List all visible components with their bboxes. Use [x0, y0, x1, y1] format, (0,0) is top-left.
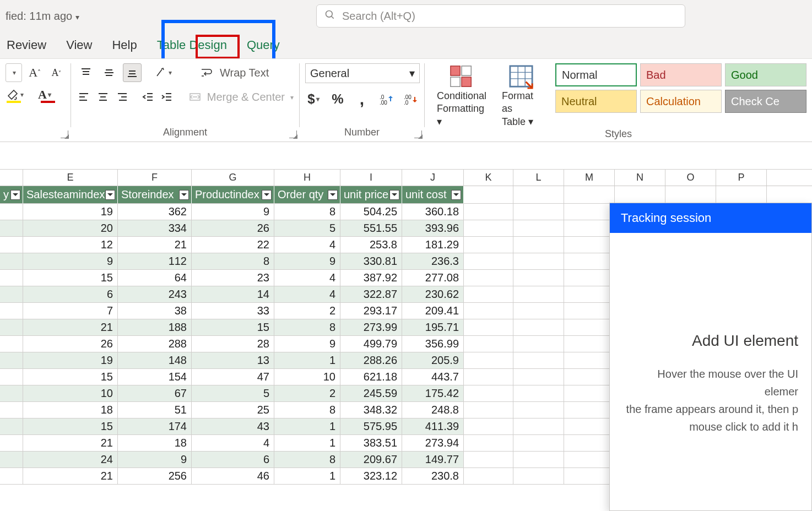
cell-L[interactable]: [513, 468, 564, 485]
cell-H[interactable]: 8: [274, 402, 340, 418]
cell-D[interactable]: [0, 286, 23, 303]
cell-F[interactable]: 38: [118, 303, 192, 319]
cell-M[interactable]: [564, 418, 615, 435]
align-left-icon[interactable]: [77, 88, 91, 106]
cell-L[interactable]: [513, 402, 564, 418]
cell-D[interactable]: [0, 452, 23, 468]
cell-E[interactable]: 10: [23, 385, 118, 402]
cell-J[interactable]: 411.39: [402, 418, 464, 435]
cell-J[interactable]: 195.71: [402, 319, 464, 336]
cell-M[interactable]: [564, 270, 615, 286]
cell-M[interactable]: [564, 402, 615, 418]
decrease-font-icon[interactable]: A˅: [48, 63, 65, 82]
cell-D[interactable]: [0, 237, 23, 253]
cell-D[interactable]: [0, 369, 23, 385]
cell-L[interactable]: [513, 435, 564, 452]
style-check-cell[interactable]: Check Ce: [725, 90, 806, 113]
cell-H[interactable]: 5: [274, 220, 340, 237]
table-header-J[interactable]: unit cost: [402, 186, 464, 204]
filter-icon[interactable]: [451, 190, 461, 200]
wrap-text-label[interactable]: Wrap Text: [220, 67, 269, 79]
cell-I[interactable]: 245.59: [340, 385, 402, 402]
cell-E[interactable]: 15: [23, 270, 118, 286]
cell-J[interactable]: 149.77: [402, 452, 464, 468]
cell-H[interactable]: 4: [274, 286, 340, 303]
cell-F[interactable]: 18: [118, 435, 192, 452]
empty-header-P[interactable]: [716, 186, 767, 204]
cell-I[interactable]: 293.17: [340, 303, 402, 319]
increase-font-icon[interactable]: A˄: [26, 63, 44, 82]
cell-E[interactable]: 15: [23, 369, 118, 385]
col-header-M[interactable]: M: [564, 170, 615, 186]
cell-D[interactable]: [0, 336, 23, 352]
cell-M[interactable]: [564, 352, 615, 369]
cell-H[interactable]: 8: [274, 319, 340, 336]
cell-L[interactable]: [513, 369, 564, 385]
cell-K[interactable]: [464, 468, 513, 485]
cell-L[interactable]: [513, 220, 564, 237]
cell-L[interactable]: [513, 336, 564, 352]
cell-K[interactable]: [464, 385, 513, 402]
cell-E[interactable]: 21: [23, 319, 118, 336]
last-modified[interactable]: fied: 11m ago: [6, 10, 79, 23]
cell-F[interactable]: 188: [118, 319, 192, 336]
increase-decimal-icon[interactable]: .0.00: [378, 90, 394, 108]
cell-D[interactable]: [0, 402, 23, 418]
col-header-I[interactable]: I: [340, 170, 402, 186]
cell-H[interactable]: 2: [274, 303, 340, 319]
decrease-indent-icon[interactable]: [140, 88, 155, 106]
cell-F[interactable]: 288: [118, 336, 192, 352]
cell-M[interactable]: [564, 385, 615, 402]
cell-H[interactable]: 8: [274, 204, 340, 220]
cell-M[interactable]: [564, 452, 615, 468]
cell-F[interactable]: 148: [118, 352, 192, 369]
cell-G[interactable]: 14: [192, 286, 274, 303]
cell-F[interactable]: 21: [118, 237, 192, 253]
cell-J[interactable]: 205.9: [402, 352, 464, 369]
font-box-dropdown[interactable]: [6, 63, 22, 82]
cell-K[interactable]: [464, 319, 513, 336]
merge-dropdown[interactable]: [289, 92, 294, 102]
font-dialog-launcher[interactable]: [61, 131, 68, 138]
cell-F[interactable]: 67: [118, 385, 192, 402]
style-calculation[interactable]: Calculation: [640, 90, 722, 113]
col-header-O[interactable]: O: [665, 170, 716, 186]
cell-I[interactable]: 323.12: [340, 468, 402, 485]
cell-E[interactable]: 6: [23, 286, 118, 303]
cell-K[interactable]: [464, 418, 513, 435]
cell-I[interactable]: 330.81: [340, 253, 402, 270]
style-normal[interactable]: Normal: [555, 63, 637, 86]
cell-D[interactable]: [0, 319, 23, 336]
cell-E[interactable]: 15: [23, 418, 118, 435]
cell-J[interactable]: 236.3: [402, 253, 464, 270]
cell-H[interactable]: 4: [274, 270, 340, 286]
cell-D[interactable]: [0, 435, 23, 452]
increase-indent-icon[interactable]: [160, 88, 175, 106]
cell-L[interactable]: [513, 352, 564, 369]
style-neutral[interactable]: Neutral: [555, 90, 637, 113]
column-headers[interactable]: EFGHIJKLMNOP: [0, 170, 812, 186]
cell-F[interactable]: 256: [118, 468, 192, 485]
col-header-N[interactable]: N: [615, 170, 665, 186]
tab-review[interactable]: Review: [4, 34, 48, 57]
cell-J[interactable]: 181.29: [402, 237, 464, 253]
cell-L[interactable]: [513, 452, 564, 468]
cell-M[interactable]: [564, 303, 615, 319]
cell-D[interactable]: [0, 352, 23, 369]
cell-L[interactable]: [513, 385, 564, 402]
cell-E[interactable]: 18: [23, 402, 118, 418]
filter-icon[interactable]: [105, 190, 115, 200]
cell-I[interactable]: 348.32: [340, 402, 402, 418]
cell-G[interactable]: 6: [192, 452, 274, 468]
filter-icon[interactable]: [10, 190, 20, 200]
empty-header-N[interactable]: [615, 186, 665, 204]
col-header-J[interactable]: J: [402, 170, 464, 186]
cell-I[interactable]: 273.99: [340, 319, 402, 336]
empty-header-L[interactable]: [513, 186, 564, 204]
cell-K[interactable]: [464, 253, 513, 270]
cell-G[interactable]: 8: [192, 253, 274, 270]
tab-help[interactable]: Help: [110, 34, 139, 57]
wrap-text-icon[interactable]: [197, 63, 215, 82]
cell-L[interactable]: [513, 204, 564, 220]
cell-K[interactable]: [464, 402, 513, 418]
